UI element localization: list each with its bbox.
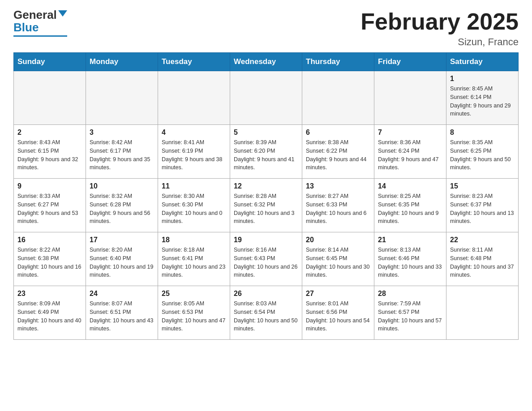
week-row-4: 23Sunrise: 8:09 AM Sunset: 6:49 PM Dayli… (14, 286, 519, 340)
day-info: Sunrise: 8:13 AM Sunset: 6:46 PM Dayligh… (378, 246, 442, 279)
calendar-cell: 27Sunrise: 8:01 AM Sunset: 6:56 PM Dayli… (302, 286, 374, 340)
calendar-cell (302, 71, 374, 125)
calendar-cell: 2Sunrise: 8:43 AM Sunset: 6:15 PM Daylig… (14, 125, 86, 179)
day-number: 22 (450, 236, 515, 244)
calendar-cell: 16Sunrise: 8:22 AM Sunset: 6:38 PM Dayli… (14, 232, 86, 286)
header-day-friday: Friday (374, 53, 446, 71)
day-number: 4 (162, 128, 226, 137)
calendar-cell: 13Sunrise: 8:27 AM Sunset: 6:33 PM Dayli… (302, 179, 374, 232)
day-number: 11 (162, 182, 226, 190)
calendar-cell (158, 71, 230, 125)
main-title: February 2025 (360, 9, 519, 34)
day-info: Sunrise: 7:59 AM Sunset: 6:57 PM Dayligh… (378, 300, 442, 333)
week-row-0: 1Sunrise: 8:45 AM Sunset: 6:14 PM Daylig… (14, 71, 519, 125)
day-number: 2 (17, 128, 82, 137)
day-number: 6 (306, 128, 370, 137)
day-number: 14 (378, 182, 442, 190)
header-day-saturday: Saturday (446, 53, 519, 71)
calendar-cell: 14Sunrise: 8:25 AM Sunset: 6:35 PM Dayli… (374, 179, 446, 232)
calendar-table: SundayMondayTuesdayWednesdayThursdayFrid… (13, 52, 519, 340)
calendar-cell: 23Sunrise: 8:09 AM Sunset: 6:49 PM Dayli… (14, 286, 86, 340)
day-number: 23 (17, 290, 82, 298)
day-number: 24 (90, 290, 154, 298)
calendar-cell: 4Sunrise: 8:41 AM Sunset: 6:19 PM Daylig… (158, 125, 230, 179)
day-info: Sunrise: 8:28 AM Sunset: 6:32 PM Dayligh… (234, 192, 298, 226)
calendar-cell: 10Sunrise: 8:32 AM Sunset: 6:28 PM Dayli… (86, 179, 158, 232)
day-info: Sunrise: 8:25 AM Sunset: 6:35 PM Dayligh… (378, 192, 442, 226)
day-number: 3 (90, 128, 154, 137)
day-info: Sunrise: 8:07 AM Sunset: 6:51 PM Dayligh… (90, 300, 154, 333)
day-info: Sunrise: 8:18 AM Sunset: 6:41 PM Dayligh… (162, 246, 226, 279)
calendar-cell: 17Sunrise: 8:20 AM Sunset: 6:40 PM Dayli… (86, 232, 158, 286)
calendar-cell (230, 71, 302, 125)
title-section: February 2025 Sizun, France (360, 9, 519, 48)
day-info: Sunrise: 8:35 AM Sunset: 6:25 PM Dayligh… (450, 138, 515, 172)
calendar-cell: 9Sunrise: 8:33 AM Sunset: 6:27 PM Daylig… (14, 179, 86, 232)
day-info: Sunrise: 8:22 AM Sunset: 6:38 PM Dayligh… (17, 246, 82, 279)
day-info: Sunrise: 8:20 AM Sunset: 6:40 PM Dayligh… (90, 246, 154, 279)
calendar-cell: 6Sunrise: 8:38 AM Sunset: 6:22 PM Daylig… (302, 125, 374, 179)
calendar-cell: 12Sunrise: 8:28 AM Sunset: 6:32 PM Dayli… (230, 179, 302, 232)
day-number: 9 (17, 182, 82, 190)
location-subtitle: Sizun, France (360, 36, 519, 48)
day-number: 10 (90, 182, 154, 190)
calendar-cell: 24Sunrise: 8:07 AM Sunset: 6:51 PM Dayli… (86, 286, 158, 340)
calendar-cell: 11Sunrise: 8:30 AM Sunset: 6:30 PM Dayli… (158, 179, 230, 232)
calendar-cell: 5Sunrise: 8:39 AM Sunset: 6:20 PM Daylig… (230, 125, 302, 179)
day-info: Sunrise: 8:09 AM Sunset: 6:49 PM Dayligh… (17, 300, 82, 333)
calendar-cell: 28Sunrise: 7:59 AM Sunset: 6:57 PM Dayli… (374, 286, 446, 340)
calendar-cell: 20Sunrise: 8:14 AM Sunset: 6:45 PM Dayli… (302, 232, 374, 286)
day-number: 13 (306, 182, 370, 190)
calendar-cell (374, 71, 446, 125)
calendar-cell (14, 71, 86, 125)
day-info: Sunrise: 8:14 AM Sunset: 6:45 PM Dayligh… (306, 246, 370, 279)
logo-triangle-icon (58, 10, 67, 17)
day-info: Sunrise: 8:33 AM Sunset: 6:27 PM Dayligh… (17, 192, 82, 226)
header-day-wednesday: Wednesday (230, 53, 302, 71)
logo-general-text: General (13, 9, 57, 21)
header-day-thursday: Thursday (302, 53, 374, 71)
calendar-cell: 19Sunrise: 8:16 AM Sunset: 6:43 PM Dayli… (230, 232, 302, 286)
page-header: General Blue February 2025 Sizun, France (13, 9, 519, 48)
calendar-cell: 1Sunrise: 8:45 AM Sunset: 6:14 PM Daylig… (446, 71, 519, 125)
day-number: 25 (162, 290, 226, 298)
calendar-cell: 22Sunrise: 8:11 AM Sunset: 6:48 PM Dayli… (446, 232, 519, 286)
day-number: 7 (378, 128, 442, 137)
calendar-cell: 18Sunrise: 8:18 AM Sunset: 6:41 PM Dayli… (158, 232, 230, 286)
week-row-1: 2Sunrise: 8:43 AM Sunset: 6:15 PM Daylig… (14, 125, 519, 179)
day-number: 17 (90, 236, 154, 244)
day-number: 19 (234, 236, 298, 244)
logo: General Blue (13, 9, 67, 37)
logo-blue-text: Blue (13, 21, 39, 34)
day-number: 1 (450, 75, 515, 83)
day-number: 26 (234, 290, 298, 298)
logo-underline (13, 35, 67, 37)
day-info: Sunrise: 8:41 AM Sunset: 6:19 PM Dayligh… (162, 138, 226, 172)
calendar-cell: 21Sunrise: 8:13 AM Sunset: 6:46 PM Dayli… (374, 232, 446, 286)
day-info: Sunrise: 8:32 AM Sunset: 6:28 PM Dayligh… (90, 192, 154, 226)
day-info: Sunrise: 8:11 AM Sunset: 6:48 PM Dayligh… (450, 246, 515, 279)
day-number: 28 (378, 290, 442, 298)
header-row: SundayMondayTuesdayWednesdayThursdayFrid… (14, 53, 519, 71)
calendar-cell (446, 286, 519, 340)
day-info: Sunrise: 8:30 AM Sunset: 6:30 PM Dayligh… (162, 192, 226, 226)
day-number: 18 (162, 236, 226, 244)
calendar-body: 1Sunrise: 8:45 AM Sunset: 6:14 PM Daylig… (14, 71, 519, 340)
header-day-sunday: Sunday (14, 53, 86, 71)
day-number: 5 (234, 128, 298, 137)
day-number: 20 (306, 236, 370, 244)
header-day-tuesday: Tuesday (158, 53, 230, 71)
day-info: Sunrise: 8:05 AM Sunset: 6:53 PM Dayligh… (162, 300, 226, 333)
day-info: Sunrise: 8:01 AM Sunset: 6:56 PM Dayligh… (306, 300, 370, 333)
calendar-cell: 3Sunrise: 8:42 AM Sunset: 6:17 PM Daylig… (86, 125, 158, 179)
calendar-cell: 25Sunrise: 8:05 AM Sunset: 6:53 PM Dayli… (158, 286, 230, 340)
day-info: Sunrise: 8:38 AM Sunset: 6:22 PM Dayligh… (306, 138, 370, 172)
calendar-cell (86, 71, 158, 125)
day-info: Sunrise: 8:03 AM Sunset: 6:54 PM Dayligh… (234, 300, 298, 333)
day-info: Sunrise: 8:43 AM Sunset: 6:15 PM Dayligh… (17, 138, 82, 172)
day-info: Sunrise: 8:16 AM Sunset: 6:43 PM Dayligh… (234, 246, 298, 279)
calendar-cell: 15Sunrise: 8:23 AM Sunset: 6:37 PM Dayli… (446, 179, 519, 232)
day-info: Sunrise: 8:23 AM Sunset: 6:37 PM Dayligh… (450, 192, 515, 226)
day-info: Sunrise: 8:27 AM Sunset: 6:33 PM Dayligh… (306, 192, 370, 226)
header-day-monday: Monday (86, 53, 158, 71)
